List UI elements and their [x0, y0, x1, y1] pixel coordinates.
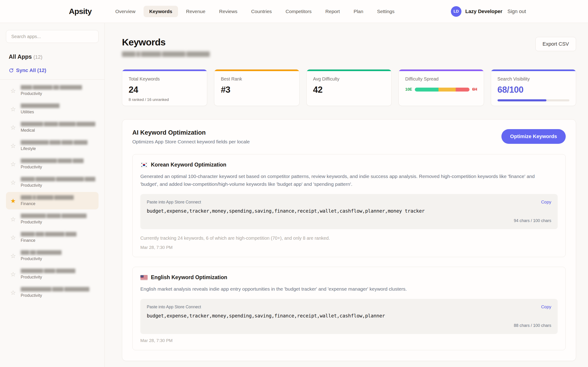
char-count: 88 chars / 100 chars: [147, 323, 551, 328]
locale-description: English market analysis reveals indie ap…: [140, 285, 558, 293]
nav-tab-plan[interactable]: Plan: [348, 6, 369, 17]
app-category: Productivity: [21, 257, 61, 261]
star-outline-icon[interactable]: ☆: [9, 234, 17, 241]
nav-tab-overview[interactable]: Overview: [110, 6, 141, 17]
stat-label: Avg Difficulty: [313, 76, 385, 82]
nav-tabs: OverviewKeywordsRevenueReviewsCountriesC…: [110, 6, 400, 17]
star-outline-icon[interactable]: ☆: [9, 161, 17, 168]
star-outline-icon[interactable]: ☆: [9, 179, 17, 186]
nav-tab-keywords[interactable]: Keywords: [144, 6, 178, 17]
nav-tab-report[interactable]: Report: [320, 6, 346, 17]
sidebar-app-item-2[interactable]: ☆██████████████Utilities: [6, 100, 99, 118]
star-filled-icon[interactable]: ★: [9, 197, 17, 204]
stat-label: Difficulty Spread: [405, 76, 477, 82]
app-list: ☆████ ███████ ██ ████████Productivity☆██…: [6, 82, 99, 301]
difficulty-spread-bar-row: 10E 6H: [405, 87, 477, 92]
sidebar-app-item-1[interactable]: ☆████ ███████ ██ ████████Productivity: [6, 82, 99, 99]
star-outline-icon[interactable]: ☆: [9, 271, 17, 278]
app-name-masked: ███ ██ █████████: [21, 250, 61, 255]
star-outline-icon[interactable]: ☆: [9, 252, 17, 259]
app-name-masked: ██████████ ████ ████ █████: [21, 140, 87, 145]
sidebar-app-item-12[interactable]: ☆███████████ ████ █████████Productivity: [6, 284, 99, 301]
spread-segment-easy: [415, 88, 438, 92]
app-name-masked: ████████ █████ ██████ ███████: [21, 122, 95, 126]
timestamp: Mar 28, 7:30 PM: [140, 338, 558, 343]
sign-out-link[interactable]: Sign out: [507, 8, 526, 15]
nav-tab-reviews[interactable]: Reviews: [213, 6, 243, 17]
accent-bar: [491, 69, 576, 71]
hard-count-label: 6H: [472, 87, 477, 92]
stat-label: Search Visibility: [498, 76, 569, 82]
sidebar-app-item-5[interactable]: ☆█████████████ █████ ████Productivity: [6, 155, 99, 173]
search-input[interactable]: [6, 30, 99, 43]
keyword-string[interactable]: budget,expense,tracker,money,spending,sa…: [147, 208, 551, 214]
copy-button[interactable]: Copy: [541, 304, 551, 309]
nav-tab-countries[interactable]: Countries: [245, 6, 277, 17]
ai-keyword-optimization-section: AI Keyword Optimization Optimizes App St…: [122, 119, 576, 361]
app-category: Finance: [21, 238, 77, 243]
star-outline-icon[interactable]: ☆: [9, 106, 17, 113]
keyword-string[interactable]: budget,expense,tracker,money,spending,sa…: [147, 313, 551, 319]
copy-button[interactable]: Copy: [541, 200, 551, 205]
app-name-masked: ████████ ████ ███████: [21, 269, 75, 273]
accent-bar: [122, 69, 207, 71]
user-area: LD Lazy Developer Sign out: [451, 6, 526, 17]
sync-all-button[interactable]: Sync All (12): [9, 67, 99, 73]
optimize-keywords-button[interactable]: Optimize Keywords: [502, 129, 566, 144]
paste-label: Paste into App Store Connect: [147, 305, 201, 309]
sidebar-app-item-6[interactable]: ☆█████ ███████ ██████████ █████Productiv…: [6, 174, 99, 191]
top-navigation: Apsity OverviewKeywordsRevenueReviewsCou…: [0, 0, 588, 23]
star-outline-icon[interactable]: ☆: [9, 289, 17, 296]
sidebar-app-item-3[interactable]: ☆████████ █████ ██████ ███████Medical: [6, 119, 99, 136]
all-apps-count: (12): [33, 54, 42, 60]
stat-sub: 8 ranked / 16 unranked: [129, 98, 200, 102]
difficulty-spread-bar: [415, 88, 469, 92]
sidebar-app-item-11[interactable]: ☆████████ ████ ███████Productivity: [6, 265, 99, 283]
ai-section-header: AI Keyword Optimization Optimizes App St…: [132, 129, 566, 144]
accent-bar: [399, 69, 484, 71]
sidebar-app-item-10[interactable]: ☆███ ██ █████████Productivity: [6, 247, 99, 265]
accent-bar: [307, 69, 391, 71]
app-name-masked: ███████████ ████ █████████: [21, 287, 89, 292]
keyword-field-box: Paste into App Store Connect Copy budget…: [140, 299, 558, 334]
visibility-progress-fill: [498, 99, 546, 101]
nav-tab-competitors[interactable]: Competitors: [280, 6, 317, 17]
star-outline-icon[interactable]: ☆: [9, 124, 17, 131]
keyword-field-box: Paste into App Store Connect Copy budget…: [140, 194, 558, 229]
english-optimization-card: English Keyword Optimization English mar…: [132, 267, 566, 350]
sidebar-app-item-8[interactable]: ☆█████████ █████ █████████Productivity: [6, 210, 99, 228]
avatar[interactable]: LD: [451, 6, 461, 17]
export-csv-button[interactable]: Export CSV: [536, 37, 576, 51]
app-category: Lifestyle: [21, 146, 87, 151]
nav-tab-revenue[interactable]: Revenue: [180, 6, 211, 17]
us-flag-icon: [140, 275, 148, 280]
app-name-masked: ██████████████: [21, 103, 60, 108]
paste-label: Paste into App Store Connect: [147, 200, 201, 205]
star-outline-icon[interactable]: ☆: [9, 216, 17, 223]
refresh-icon: [9, 68, 14, 73]
app-category: Productivity: [21, 275, 75, 280]
locale-title-row: English Keyword Optimization: [140, 274, 558, 281]
star-outline-icon[interactable]: ☆: [9, 87, 17, 94]
sidebar-app-item-7[interactable]: ★████ █ ██████ ███████Finance: [6, 192, 99, 209]
sidebar-divider: [0, 79, 104, 80]
app-name-masked: ████ █ ██████ ███████: [21, 195, 74, 200]
stat-label: Best Rank: [221, 76, 293, 82]
star-outline-icon[interactable]: ☆: [9, 142, 17, 149]
korea-flag-icon: [140, 162, 148, 167]
stat-value: #3: [221, 85, 293, 95]
nav-tab-settings[interactable]: Settings: [372, 6, 400, 17]
sidebar-app-item-4[interactable]: ☆██████████ ████ ████ █████Lifestyle: [6, 137, 99, 154]
locale-description: Generated an optimal 100-character keywo…: [140, 173, 558, 188]
ai-section-subtitle: Optimizes App Store Connect keyword fiel…: [132, 139, 250, 144]
app-sidebar: All Apps (12) Sync All (12) ☆████ ██████…: [0, 23, 105, 367]
locale-title: Korean Keyword Optimization: [151, 162, 226, 168]
locale-title-row: Korean Keyword Optimization: [140, 162, 558, 168]
app-category: Finance: [21, 201, 74, 206]
app-category: Productivity: [21, 165, 84, 169]
sidebar-app-item-9[interactable]: ☆█████ ███ ███████ ████Finance: [6, 229, 99, 246]
app-category: Productivity: [21, 91, 82, 96]
accent-bar: [214, 69, 299, 71]
sync-all-label: Sync All (12): [16, 67, 46, 73]
app-category: Productivity: [21, 183, 95, 188]
